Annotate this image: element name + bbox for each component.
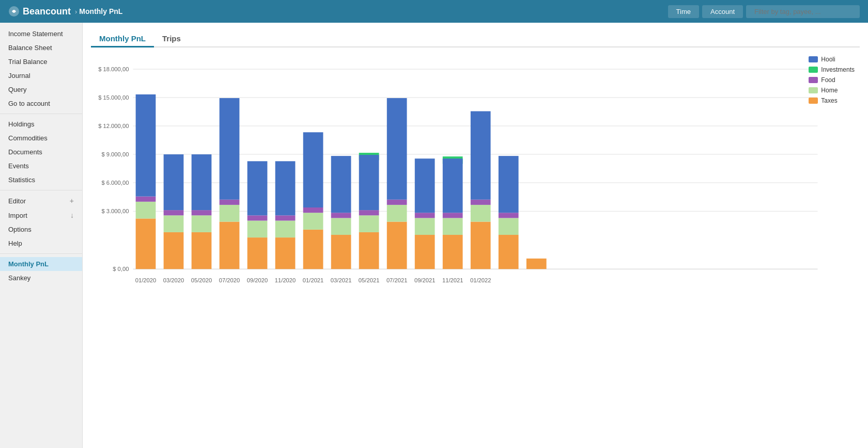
svg-text:$ 15.000,00: $ 15.000,00 [98,94,129,101]
topbar: Beancount › Monthly PnL Time Account [0,0,868,23]
svg-text:09/2020: 09/2020 [247,277,268,283]
legend-label-investments: Investments [821,66,855,73]
sidebar-item-go-to-account[interactable]: Go to account [0,97,82,110]
svg-rect-29 [220,200,240,205]
sidebar-import-label: Import [8,212,27,219]
sidebar-divider-3 [0,253,82,254]
svg-rect-64 [443,158,463,213]
svg-text:09/2021: 09/2021 [414,277,436,283]
svg-rect-39 [303,230,323,269]
svg-text:11/2021: 11/2021 [442,277,463,283]
svg-text:$ 0,00: $ 0,00 [113,266,129,272]
bar-group-05-2021 [359,153,379,269]
svg-rect-27 [220,222,240,269]
legend-color-food [809,77,818,83]
svg-rect-28 [220,205,240,222]
legend-color-home [809,87,818,93]
sidebar-item-query[interactable]: Query [0,83,82,97]
svg-rect-62 [443,213,463,218]
svg-rect-73 [526,259,547,269]
tab-monthly-pnl[interactable]: Monthly PnL [91,31,154,47]
svg-text:$ 3.000,00: $ 3.000,00 [101,208,129,214]
bar-group-11-2021 [443,156,463,269]
app-logo[interactable]: Beancount [8,6,71,17]
svg-rect-69 [499,235,519,269]
svg-rect-66 [471,205,491,222]
svg-rect-15 [136,218,156,269]
sidebar-item-documents[interactable]: Documents [0,145,82,159]
svg-rect-41 [303,207,323,213]
sidebar-item-statistics[interactable]: Statistics [0,173,82,187]
svg-rect-21 [164,210,184,215]
sidebar-item-monthly-pnl[interactable]: Monthly PnL [0,257,82,271]
svg-rect-46 [331,156,351,213]
bar-group-07-2020 [220,98,240,269]
svg-rect-40 [303,213,323,230]
svg-text:01/2022: 01/2022 [470,277,491,283]
tab-trips[interactable]: Trips [154,31,189,47]
legend-label-taxes: Taxes [821,97,837,104]
editor-expand-icon: + [70,197,74,205]
breadcrumb-sep: › [75,8,77,15]
legend-color-taxes [809,98,818,104]
legend-item-food: Food [809,76,855,84]
svg-rect-25 [192,210,212,215]
svg-text:$ 6.000,00: $ 6.000,00 [101,180,129,186]
svg-text:05/2021: 05/2021 [359,277,380,283]
svg-rect-68 [471,111,491,200]
svg-text:$ 18.000,00: $ 18.000,00 [98,66,129,72]
sidebar-editor-label: Editor [8,197,26,205]
sidebar-item-events[interactable]: Events [0,159,82,173]
svg-rect-65 [471,222,491,269]
svg-rect-70 [499,218,519,235]
bar-group-03-2020 [164,154,184,269]
svg-rect-38 [275,161,296,215]
sidebar-item-journal[interactable]: Journal [0,69,82,83]
svg-text:$ 12.000,00: $ 12.000,00 [98,123,129,129]
svg-rect-45 [331,213,351,218]
sidebar-item-income-statement[interactable]: Income Statement [0,27,82,41]
filter-input[interactable] [746,5,860,18]
sidebar-item-balance-sheet[interactable]: Balance Sheet [0,41,82,55]
svg-rect-31 [247,237,268,269]
legend-item-home: Home [809,87,855,94]
svg-text:07/2021: 07/2021 [386,277,408,283]
chart-container: $ 18.000,00 $ 15.000,00 $ 12.000,00 $ 9.… [91,56,860,303]
svg-text:05/2020: 05/2020 [191,277,212,283]
sidebar-item-help[interactable]: Help [0,236,82,250]
sidebar-divider-2 [0,190,82,190]
import-expand-icon: ↓ [70,211,74,219]
bar-group-07-2021 [387,98,407,269]
svg-rect-58 [415,213,435,218]
account-button[interactable]: Account [702,5,743,18]
chart-legend: Hooli Investments Food Home Taxes [809,56,855,104]
bar-group-09-2020 [247,161,268,269]
svg-rect-47 [359,232,379,269]
svg-rect-16 [136,202,156,219]
bar-group-03-2022 [499,156,519,269]
sidebar-item-editor[interactable]: Editor + [0,194,82,208]
time-button[interactable]: Time [668,5,699,18]
main-layout: Income Statement Balance Sheet Trial Bal… [0,23,868,448]
sidebar-item-commodities[interactable]: Commodities [0,131,82,145]
svg-rect-17 [136,197,156,202]
bar-group-11-2020 [275,161,296,269]
svg-rect-54 [387,200,407,205]
svg-rect-33 [247,215,268,220]
svg-rect-55 [387,98,407,200]
sidebar-item-import[interactable]: Import ↓ [0,208,82,222]
svg-rect-32 [247,220,268,237]
svg-rect-60 [443,235,463,269]
sidebar-item-trial-balance[interactable]: Trial Balance [0,55,82,69]
sidebar-divider-1 [0,114,82,114]
sidebar-item-holdings[interactable]: Holdings [0,117,82,131]
bar-group-last [526,259,547,269]
svg-rect-43 [331,235,351,269]
sidebar-item-options[interactable]: Options [0,222,82,236]
svg-rect-44 [331,218,351,235]
svg-rect-67 [471,200,491,205]
svg-rect-59 [415,158,435,213]
sidebar-item-sankey[interactable]: Sankey [0,271,82,285]
legend-item-taxes: Taxes [809,97,855,104]
svg-text:01/2020: 01/2020 [135,277,157,283]
